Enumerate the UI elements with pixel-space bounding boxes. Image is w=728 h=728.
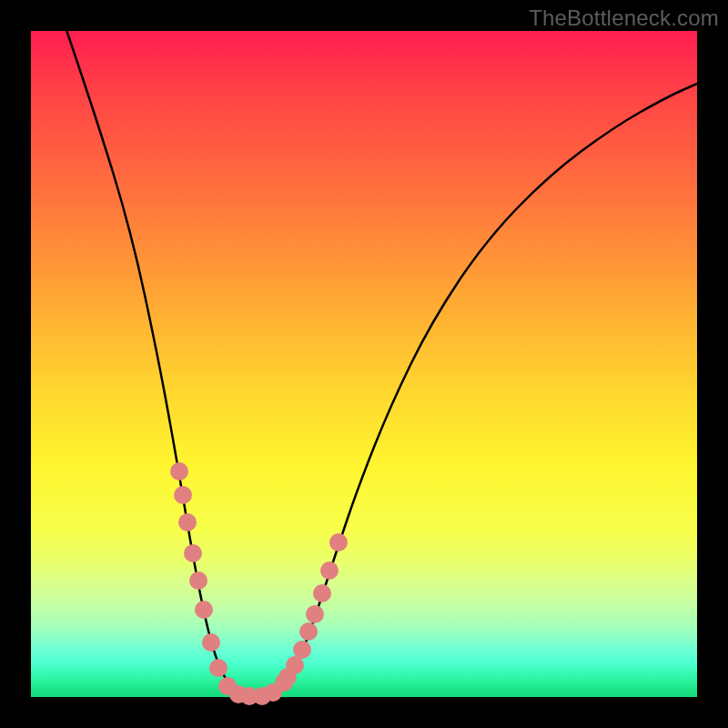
curve-marker <box>184 544 202 562</box>
curve-marker <box>174 486 192 504</box>
curve-markers <box>170 462 348 705</box>
curve-marker <box>189 571 207 590</box>
curve-marker <box>293 641 311 659</box>
curve-marker <box>306 605 324 623</box>
curve-marker <box>313 584 331 602</box>
curve-marker <box>286 656 304 674</box>
bottleneck-curve <box>64 22 697 696</box>
chart-frame: TheBottleneck.com <box>0 0 728 728</box>
curve-marker <box>299 622 318 641</box>
curve-marker <box>195 601 213 619</box>
curve-marker <box>178 513 197 531</box>
bottleneck-curve-svg <box>31 31 697 697</box>
curve-marker <box>329 533 348 551</box>
plot-area <box>31 31 697 697</box>
curve-marker <box>320 561 339 580</box>
curve-marker <box>209 659 228 677</box>
curve-marker <box>202 633 220 652</box>
curve-marker <box>170 462 188 480</box>
watermark-text: TheBottleneck.com <box>529 5 719 31</box>
